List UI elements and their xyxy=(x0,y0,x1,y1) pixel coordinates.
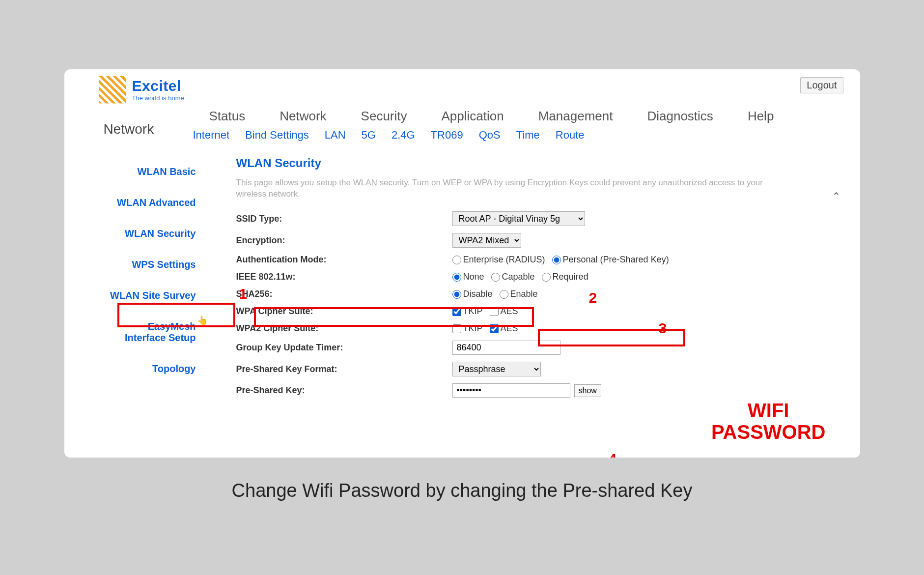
encryption-select[interactable]: WPA2 Mixed xyxy=(452,233,521,248)
ieee-none-option[interactable]: None xyxy=(452,272,484,282)
content: WLAN Basic WLAN Advanced WLAN Security W… xyxy=(79,156,845,402)
wpa-cipher-label: WPA Cipher Suite: xyxy=(236,306,452,316)
row-auth-mode: Authentication Mode: Enterprise (RADIUS)… xyxy=(236,251,845,268)
ieee-capable-text: Capable xyxy=(502,272,535,282)
auth-personal-radio[interactable] xyxy=(552,256,561,264)
sidebar-item-topology[interactable]: Topology xyxy=(99,353,207,384)
nav-sub-24g[interactable]: 2.4G xyxy=(392,129,415,142)
ieee-none-text: None xyxy=(463,272,484,282)
nav-sub-time[interactable]: Time xyxy=(516,129,540,142)
wpa-aes-option[interactable]: AES xyxy=(490,306,518,316)
nav-top-management[interactable]: Management xyxy=(538,109,613,124)
wpa-aes-text: AES xyxy=(501,306,518,316)
ieee-required-text: Required xyxy=(553,272,588,282)
ieee-label: IEEE 802.11w: xyxy=(236,272,452,282)
wpa2-tkip-option[interactable]: TKIP xyxy=(452,323,483,334)
ssid-type-select[interactable]: Root AP - Digital Vinay 5g xyxy=(452,211,585,226)
wpa2-cipher-label: WPA2 Cipher Suite: xyxy=(236,323,452,334)
sha-disable-radio[interactable] xyxy=(452,290,461,299)
row-encryption: Encryption: WPA2 Mixed xyxy=(236,230,845,251)
page-desc: This page allows you setup the WLAN secu… xyxy=(236,177,767,201)
row-group-timer: Group Key Update Timer: xyxy=(236,337,845,358)
nav-top-security[interactable]: Security xyxy=(361,109,407,124)
wlan-security-form: SSID Type: Root AP - Digital Vinay 5g En… xyxy=(236,208,845,401)
ieee-none-radio[interactable] xyxy=(452,273,461,282)
sidebar-item-wlan-basic[interactable]: WLAN Basic xyxy=(99,156,207,187)
ieee-capable-option[interactable]: Capable xyxy=(491,272,535,282)
annotation-number-4: 4 xyxy=(609,451,617,458)
sha-label: SHA256: xyxy=(236,289,452,299)
auth-personal-text: Personal (Pre-Shared Key) xyxy=(563,255,669,265)
sha-disable-text: Disable xyxy=(463,289,493,299)
psk-format-select[interactable]: Passphrase xyxy=(452,362,541,376)
wpa-tkip-checkbox[interactable] xyxy=(452,307,461,316)
nav-sub-internet[interactable]: Internet xyxy=(193,129,230,142)
row-sha: SHA256: Disable Enable xyxy=(236,286,845,303)
wpa-aes-checkbox[interactable] xyxy=(490,307,499,316)
sha-enable-text: Enable xyxy=(510,289,538,299)
outer-card: Excitel The world is home Logout Network… xyxy=(45,50,880,526)
auth-personal-option[interactable]: Personal (Pre-Shared Key) xyxy=(552,255,669,265)
logo-text: Excitel The world is home xyxy=(132,78,184,102)
nav: Network Status Network Security Applicat… xyxy=(79,109,845,142)
main: WLAN Security This page allows you setup… xyxy=(207,156,845,402)
wpa2-tkip-checkbox[interactable] xyxy=(452,324,461,333)
wpa-tkip-option[interactable]: TKIP xyxy=(452,306,483,316)
wpa2-aes-text: AES xyxy=(501,323,518,334)
auth-enterprise-radio[interactable] xyxy=(452,256,461,264)
group-timer-input[interactable] xyxy=(452,341,560,355)
nav-sub-lan[interactable]: LAN xyxy=(325,129,346,142)
nav-right: Status Network Security Application Mana… xyxy=(192,109,845,142)
row-ssid-type: SSID Type: Root AP - Digital Vinay 5g xyxy=(236,208,845,230)
page-title: WLAN Security xyxy=(236,156,845,170)
section-title: Network xyxy=(79,109,192,142)
row-psk-format: Pre-Shared Key Format: Passphrase xyxy=(236,358,845,380)
top-bar: Excitel The world is home Logout xyxy=(79,74,845,104)
show-password-button[interactable]: show xyxy=(574,384,601,397)
nav-top-help[interactable]: Help xyxy=(748,109,774,124)
sidebar-item-wlan-advanced[interactable]: WLAN Advanced xyxy=(99,187,207,218)
nav-sub-5g[interactable]: 5G xyxy=(362,129,376,142)
sha-disable-option[interactable]: Disable xyxy=(452,289,493,299)
sidebar-item-wlan-survey[interactable]: WLAN Site Survey xyxy=(99,280,207,311)
row-wpa-cipher: WPA Cipher Suite: TKIP AES xyxy=(236,303,845,320)
nav-sub-route[interactable]: Route xyxy=(556,129,585,142)
nav-top-application[interactable]: Application xyxy=(442,109,504,124)
auth-mode-label: Authentication Mode: xyxy=(236,255,452,265)
sidebar: WLAN Basic WLAN Advanced WLAN Security W… xyxy=(79,156,207,402)
sidebar-item-easymesh[interactable]: EasyMesh Interface Setup xyxy=(99,311,207,353)
logout-button[interactable]: Logout xyxy=(800,77,843,93)
sidebar-item-wps-settings[interactable]: WPS Settings xyxy=(99,249,207,280)
nav-top-network[interactable]: Network xyxy=(280,109,326,124)
logo: Excitel The world is home xyxy=(79,74,184,104)
nav-sub-tr069[interactable]: TR069 xyxy=(431,129,463,142)
nav-top-diagnostics[interactable]: Diagnostics xyxy=(647,109,713,124)
nav-sub-qos[interactable]: QoS xyxy=(479,129,501,142)
psk-label: Pre-Shared Key: xyxy=(236,385,452,396)
nav-top: Status Network Security Application Mana… xyxy=(192,109,845,124)
wpa2-tkip-text: TKIP xyxy=(463,323,483,334)
logo-icon xyxy=(99,76,126,104)
group-timer-label: Group Key Update Timer: xyxy=(236,343,452,353)
sha-enable-radio[interactable] xyxy=(500,290,508,299)
brand-name: Excitel xyxy=(132,78,184,94)
ieee-capable-radio[interactable] xyxy=(491,273,500,282)
wpa2-aes-option[interactable]: AES xyxy=(490,323,518,334)
encryption-label: Encryption: xyxy=(236,235,452,246)
sidebar-item-wlan-security[interactable]: WLAN Security xyxy=(99,218,207,249)
nav-sub-bind[interactable]: Bind Settings xyxy=(245,129,309,142)
caption: Change Wifi Password by changing the Pre… xyxy=(64,480,860,501)
sha-enable-option[interactable]: Enable xyxy=(500,289,538,299)
auth-enterprise-text: Enterprise (RADIUS) xyxy=(463,255,545,265)
auth-enterprise-option[interactable]: Enterprise (RADIUS) xyxy=(452,255,545,265)
ieee-required-radio[interactable] xyxy=(542,273,551,282)
psk-format-label: Pre-Shared Key Format: xyxy=(236,364,452,374)
psk-input[interactable] xyxy=(452,383,570,398)
row-ieee: IEEE 802.11w: None Capable xyxy=(236,268,845,286)
ssid-type-label: SSID Type: xyxy=(236,214,452,224)
wpa2-aes-checkbox[interactable] xyxy=(490,324,499,333)
brand-tagline: The world is home xyxy=(132,94,184,102)
nav-top-status[interactable]: Status xyxy=(209,109,246,124)
ieee-required-option[interactable]: Required xyxy=(542,272,588,282)
router-admin-panel: Excitel The world is home Logout Network… xyxy=(64,69,860,458)
